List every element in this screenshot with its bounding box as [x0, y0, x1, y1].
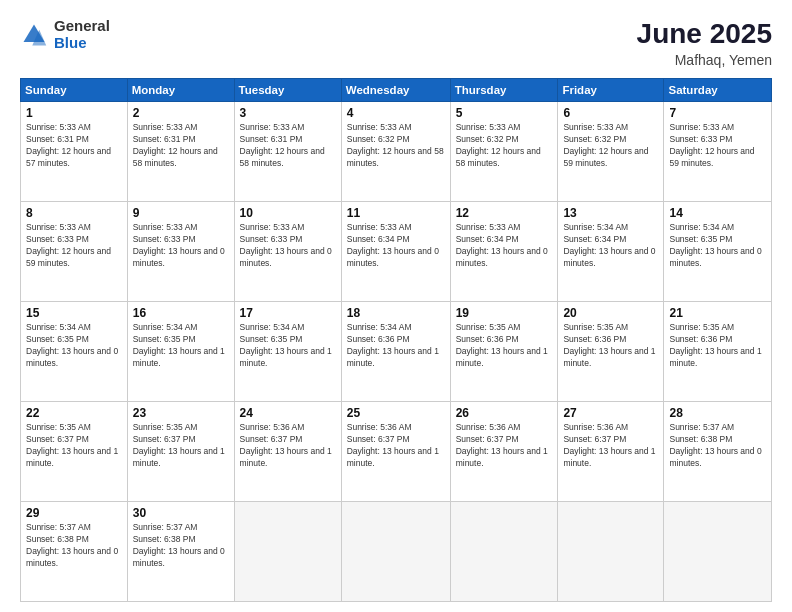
calendar-day-cell: 8Sunrise: 5:33 AMSunset: 6:33 PMDaylight… [21, 202, 128, 302]
logo-blue-text: Blue [54, 35, 110, 52]
day-number: 26 [456, 406, 553, 420]
day-info: Sunrise: 5:36 AMSunset: 6:37 PMDaylight:… [563, 422, 658, 470]
calendar-week-row: 1Sunrise: 5:33 AMSunset: 6:31 PMDaylight… [21, 102, 772, 202]
calendar-day-cell [234, 502, 341, 602]
col-saturday: Saturday [664, 79, 772, 102]
day-info: Sunrise: 5:34 AMSunset: 6:35 PMDaylight:… [133, 322, 229, 370]
calendar-day-cell [341, 502, 450, 602]
calendar-day-cell [558, 502, 664, 602]
calendar-day-cell: 3Sunrise: 5:33 AMSunset: 6:31 PMDaylight… [234, 102, 341, 202]
day-info: Sunrise: 5:33 AMSunset: 6:31 PMDaylight:… [26, 122, 122, 170]
day-number: 22 [26, 406, 122, 420]
day-info: Sunrise: 5:35 AMSunset: 6:36 PMDaylight:… [669, 322, 766, 370]
calendar-day-cell: 28Sunrise: 5:37 AMSunset: 6:38 PMDayligh… [664, 402, 772, 502]
day-number: 20 [563, 306, 658, 320]
col-sunday: Sunday [21, 79, 128, 102]
day-info: Sunrise: 5:33 AMSunset: 6:34 PMDaylight:… [347, 222, 445, 270]
col-tuesday: Tuesday [234, 79, 341, 102]
calendar-day-cell: 20Sunrise: 5:35 AMSunset: 6:36 PMDayligh… [558, 302, 664, 402]
day-info: Sunrise: 5:33 AMSunset: 6:31 PMDaylight:… [133, 122, 229, 170]
calendar: Sunday Monday Tuesday Wednesday Thursday… [20, 78, 772, 602]
day-number: 3 [240, 106, 336, 120]
day-number: 2 [133, 106, 229, 120]
day-number: 17 [240, 306, 336, 320]
title-block: June 2025 Mafhaq, Yemen [637, 18, 772, 68]
calendar-day-cell: 7Sunrise: 5:33 AMSunset: 6:33 PMDaylight… [664, 102, 772, 202]
calendar-day-cell [664, 502, 772, 602]
day-info: Sunrise: 5:35 AMSunset: 6:36 PMDaylight:… [456, 322, 553, 370]
day-info: Sunrise: 5:33 AMSunset: 6:32 PMDaylight:… [563, 122, 658, 170]
calendar-day-cell: 27Sunrise: 5:36 AMSunset: 6:37 PMDayligh… [558, 402, 664, 502]
day-number: 7 [669, 106, 766, 120]
calendar-day-cell: 29Sunrise: 5:37 AMSunset: 6:38 PMDayligh… [21, 502, 128, 602]
day-info: Sunrise: 5:35 AMSunset: 6:36 PMDaylight:… [563, 322, 658, 370]
calendar-day-cell: 14Sunrise: 5:34 AMSunset: 6:35 PMDayligh… [664, 202, 772, 302]
day-number: 10 [240, 206, 336, 220]
day-info: Sunrise: 5:33 AMSunset: 6:32 PMDaylight:… [456, 122, 553, 170]
day-number: 18 [347, 306, 445, 320]
calendar-week-row: 8Sunrise: 5:33 AMSunset: 6:33 PMDaylight… [21, 202, 772, 302]
day-number: 16 [133, 306, 229, 320]
day-number: 25 [347, 406, 445, 420]
day-number: 12 [456, 206, 553, 220]
calendar-day-cell: 2Sunrise: 5:33 AMSunset: 6:31 PMDaylight… [127, 102, 234, 202]
calendar-day-cell: 16Sunrise: 5:34 AMSunset: 6:35 PMDayligh… [127, 302, 234, 402]
calendar-day-cell: 23Sunrise: 5:35 AMSunset: 6:37 PMDayligh… [127, 402, 234, 502]
col-wednesday: Wednesday [341, 79, 450, 102]
calendar-day-cell [450, 502, 558, 602]
calendar-header-row: Sunday Monday Tuesday Wednesday Thursday… [21, 79, 772, 102]
day-info: Sunrise: 5:34 AMSunset: 6:35 PMDaylight:… [26, 322, 122, 370]
logo: General Blue [20, 18, 110, 51]
day-info: Sunrise: 5:33 AMSunset: 6:33 PMDaylight:… [240, 222, 336, 270]
calendar-week-row: 15Sunrise: 5:34 AMSunset: 6:35 PMDayligh… [21, 302, 772, 402]
calendar-week-row: 22Sunrise: 5:35 AMSunset: 6:37 PMDayligh… [21, 402, 772, 502]
logo-general-text: General [54, 18, 110, 35]
logo-icon [20, 21, 48, 49]
day-info: Sunrise: 5:36 AMSunset: 6:37 PMDaylight:… [347, 422, 445, 470]
day-number: 29 [26, 506, 122, 520]
day-info: Sunrise: 5:36 AMSunset: 6:37 PMDaylight:… [240, 422, 336, 470]
calendar-day-cell: 12Sunrise: 5:33 AMSunset: 6:34 PMDayligh… [450, 202, 558, 302]
calendar-day-cell: 17Sunrise: 5:34 AMSunset: 6:35 PMDayligh… [234, 302, 341, 402]
day-number: 13 [563, 206, 658, 220]
day-info: Sunrise: 5:34 AMSunset: 6:34 PMDaylight:… [563, 222, 658, 270]
day-number: 4 [347, 106, 445, 120]
day-number: 19 [456, 306, 553, 320]
day-info: Sunrise: 5:37 AMSunset: 6:38 PMDaylight:… [669, 422, 766, 470]
calendar-day-cell: 26Sunrise: 5:36 AMSunset: 6:37 PMDayligh… [450, 402, 558, 502]
day-info: Sunrise: 5:35 AMSunset: 6:37 PMDaylight:… [133, 422, 229, 470]
month-year: June 2025 [637, 18, 772, 50]
day-info: Sunrise: 5:33 AMSunset: 6:31 PMDaylight:… [240, 122, 336, 170]
day-info: Sunrise: 5:34 AMSunset: 6:36 PMDaylight:… [347, 322, 445, 370]
calendar-day-cell: 13Sunrise: 5:34 AMSunset: 6:34 PMDayligh… [558, 202, 664, 302]
calendar-day-cell: 21Sunrise: 5:35 AMSunset: 6:36 PMDayligh… [664, 302, 772, 402]
calendar-day-cell: 15Sunrise: 5:34 AMSunset: 6:35 PMDayligh… [21, 302, 128, 402]
day-number: 28 [669, 406, 766, 420]
calendar-day-cell: 30Sunrise: 5:37 AMSunset: 6:38 PMDayligh… [127, 502, 234, 602]
calendar-day-cell: 10Sunrise: 5:33 AMSunset: 6:33 PMDayligh… [234, 202, 341, 302]
day-number: 1 [26, 106, 122, 120]
page: General Blue June 2025 Mafhaq, Yemen Sun… [0, 0, 792, 612]
day-info: Sunrise: 5:37 AMSunset: 6:38 PMDaylight:… [133, 522, 229, 570]
day-number: 9 [133, 206, 229, 220]
calendar-table: Sunday Monday Tuesday Wednesday Thursday… [20, 78, 772, 602]
day-info: Sunrise: 5:33 AMSunset: 6:33 PMDaylight:… [26, 222, 122, 270]
day-number: 8 [26, 206, 122, 220]
location: Mafhaq, Yemen [637, 52, 772, 68]
calendar-day-cell: 6Sunrise: 5:33 AMSunset: 6:32 PMDaylight… [558, 102, 664, 202]
day-number: 23 [133, 406, 229, 420]
day-info: Sunrise: 5:36 AMSunset: 6:37 PMDaylight:… [456, 422, 553, 470]
calendar-day-cell: 19Sunrise: 5:35 AMSunset: 6:36 PMDayligh… [450, 302, 558, 402]
calendar-week-row: 29Sunrise: 5:37 AMSunset: 6:38 PMDayligh… [21, 502, 772, 602]
day-info: Sunrise: 5:35 AMSunset: 6:37 PMDaylight:… [26, 422, 122, 470]
day-number: 11 [347, 206, 445, 220]
day-number: 6 [563, 106, 658, 120]
day-number: 21 [669, 306, 766, 320]
calendar-day-cell: 4Sunrise: 5:33 AMSunset: 6:32 PMDaylight… [341, 102, 450, 202]
day-info: Sunrise: 5:34 AMSunset: 6:35 PMDaylight:… [240, 322, 336, 370]
day-number: 24 [240, 406, 336, 420]
calendar-day-cell: 11Sunrise: 5:33 AMSunset: 6:34 PMDayligh… [341, 202, 450, 302]
calendar-day-cell: 25Sunrise: 5:36 AMSunset: 6:37 PMDayligh… [341, 402, 450, 502]
logo-text: General Blue [54, 18, 110, 51]
day-info: Sunrise: 5:33 AMSunset: 6:33 PMDaylight:… [133, 222, 229, 270]
